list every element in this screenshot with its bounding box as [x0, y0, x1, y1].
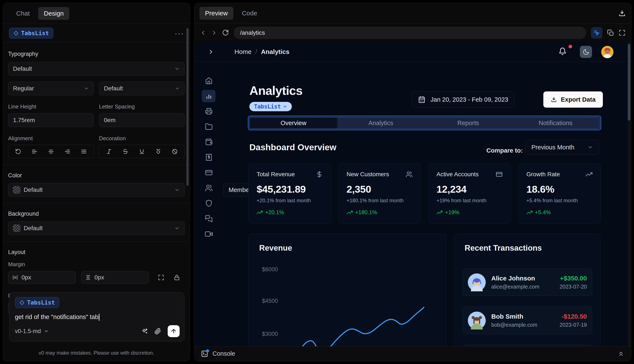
users-icon[interactable] [203, 182, 215, 194]
fullscreen-icon[interactable] [619, 30, 625, 36]
composer-context-chip[interactable]: TabsList [15, 297, 59, 308]
trending-up-icon [257, 210, 263, 216]
scrollbar-thumb[interactable] [628, 44, 630, 120]
copy-icon[interactable] [607, 30, 614, 36]
undo-icon[interactable] [15, 148, 21, 154]
transaction-email: bob@example.com [491, 322, 559, 328]
compare-select[interactable]: Previous Month [525, 140, 599, 155]
back-button[interactable] [200, 30, 206, 36]
margin-x-input[interactable]: 0px [8, 271, 76, 284]
messages-icon[interactable] [203, 212, 215, 225]
tab-chat[interactable]: Chat [11, 7, 35, 20]
chevrons-up-icon[interactable] [617, 350, 624, 357]
line-height-input[interactable]: 1.75rem [8, 114, 94, 127]
download-icon[interactable] [618, 10, 626, 17]
date-range-picker[interactable]: Jan 20, 2023 - Feb 09, 2023 [412, 92, 515, 108]
composer-text: get rid of the "notifications" tab [15, 314, 98, 320]
selected-element-chip[interactable]: TabsList [9, 28, 53, 38]
transaction-amount: -$120.50 [559, 313, 587, 320]
video-icon[interactable] [203, 228, 215, 240]
page-title: Analytics [249, 83, 302, 98]
align-center-icon[interactable] [48, 148, 54, 154]
compare-label: Compare to: [486, 147, 523, 154]
align-right-icon[interactable] [64, 148, 70, 154]
refresh-icon[interactable] [222, 30, 229, 36]
stat-card-active-accounts: Active Accounts 12,234 +19% from last mo… [428, 163, 511, 224]
stat-delta-value: +180.1% [355, 209, 377, 216]
tab-overview[interactable]: Overview [250, 118, 337, 128]
italic-icon[interactable] [106, 148, 112, 154]
paperclip-icon[interactable] [154, 328, 161, 334]
expand-icon[interactable] [158, 274, 164, 281]
lock-icon[interactable] [174, 274, 180, 281]
stat-sub: +5.4% from last month [526, 198, 593, 204]
url-value: /analytics [240, 30, 265, 36]
overline-icon[interactable] [155, 148, 161, 154]
notification-badge [568, 45, 572, 48]
tabslist-chip-label: TabsList [254, 103, 281, 110]
tab-design[interactable]: Design [38, 7, 69, 20]
stat-value: 18.6% [526, 183, 593, 195]
url-input[interactable]: /analytics [234, 27, 586, 39]
home-icon[interactable] [203, 74, 215, 87]
ban-icon[interactable] [172, 148, 178, 154]
console-bar[interactable]: Console [195, 346, 631, 361]
transaction-row[interactable]: Bob Smith bob@example.com -$120.50 2023-… [462, 307, 592, 334]
inspect-pointer-button[interactable] [591, 27, 602, 38]
chevron-down-icon [44, 329, 49, 334]
forward-button[interactable] [211, 30, 217, 36]
export-data-button[interactable]: Export Data [543, 92, 603, 108]
printer-icon[interactable] [203, 105, 215, 118]
letter-spacing-input[interactable]: 0em [99, 114, 185, 127]
margin-y-icon [85, 274, 91, 280]
color-select[interactable]: Default [8, 183, 185, 197]
preview-panel: Preview Code /analytics Home / Analytics [194, 3, 631, 361]
model-select[interactable]: v0-1.5-md [15, 328, 49, 334]
stat-value: $45,231.89 [257, 183, 323, 195]
strikethrough-icon[interactable] [122, 148, 128, 154]
sidebar-toggle-icon[interactable] [208, 48, 214, 55]
tab-code[interactable]: Code [236, 7, 263, 20]
selected-element-row: TabsList ··· [3, 24, 190, 42]
selected-element-label: TabsList [21, 30, 49, 36]
credit-card-icon[interactable] [203, 166, 215, 179]
diamond-icon [14, 31, 19, 36]
chat-composer[interactable]: TabsList get rid of the "notifications" … [9, 292, 185, 342]
tab-notifications[interactable]: Notifications [512, 118, 599, 128]
credit-card-icon [496, 171, 503, 178]
receipt-icon[interactable] [203, 151, 215, 164]
breadcrumb-home[interactable]: Home [234, 48, 251, 56]
bar-chart-icon[interactable] [203, 90, 215, 102]
margin-x-icon [12, 274, 18, 280]
align-left-icon[interactable] [32, 148, 38, 154]
shield-icon[interactable] [203, 197, 215, 210]
font-size-select[interactable]: Default [99, 82, 185, 95]
folder-icon[interactable] [203, 120, 215, 133]
chevron-down-icon [283, 104, 287, 109]
theme-toggle-button[interactable] [580, 46, 592, 58]
font-family-select[interactable]: Default [8, 62, 185, 76]
background-select[interactable]: Default [8, 222, 185, 235]
sparkles-icon[interactable] [141, 328, 148, 334]
tabslist-overlay-chip[interactable]: TabsList [249, 102, 292, 111]
stat-title: Total Revenue [257, 171, 295, 178]
composer-input[interactable]: get rid of the "notifications" tab [15, 314, 179, 321]
moon-icon [583, 48, 589, 56]
preview-scrollbar[interactable] [627, 42, 631, 346]
user-avatar[interactable] [601, 46, 613, 58]
send-button[interactable] [168, 325, 180, 337]
align-justify-icon[interactable] [81, 148, 87, 154]
wallet-icon[interactable] [203, 136, 215, 148]
font-weight-select[interactable]: Regular [8, 82, 94, 95]
background-value: Default [24, 225, 171, 232]
tab-preview[interactable]: Preview [199, 7, 233, 20]
breadcrumb-separator: / [255, 48, 257, 56]
panel-scrollbar[interactable] [186, 28, 189, 186]
underline-icon[interactable] [139, 148, 145, 154]
tab-reports[interactable]: Reports [425, 118, 512, 128]
transaction-row[interactable]: Alice Johnson alice@example.com +$350.00… [462, 268, 592, 296]
margin-y-input[interactable]: 0px [81, 271, 149, 284]
bell-icon[interactable] [558, 47, 567, 56]
more-menu-icon[interactable]: ··· [175, 31, 184, 36]
tab-analytics[interactable]: Analytics [337, 118, 425, 128]
